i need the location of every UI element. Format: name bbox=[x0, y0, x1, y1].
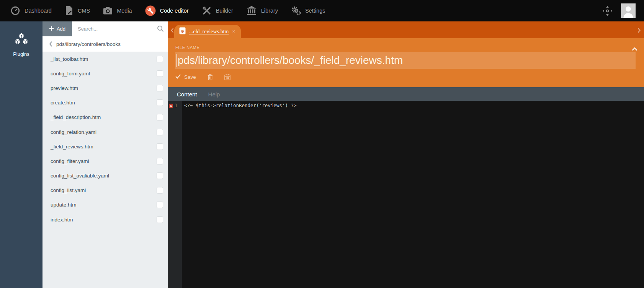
builder-tools-icon bbox=[202, 6, 212, 16]
file-row[interactable]: _list_toolbar.htm bbox=[42, 52, 168, 66]
file-checkbox[interactable] bbox=[157, 216, 163, 223]
search-box bbox=[72, 21, 168, 36]
user-avatar[interactable] bbox=[621, 3, 636, 18]
gutter-row: x 1 bbox=[168, 103, 182, 109]
error-marker-icon: x bbox=[169, 104, 173, 108]
nav-item-builder[interactable]: Builder bbox=[195, 0, 240, 21]
file-name-field-wrap bbox=[175, 52, 636, 69]
nav-item-code-editor[interactable]: Code editor bbox=[139, 0, 195, 21]
file-name-input[interactable] bbox=[175, 52, 636, 69]
file-row[interactable]: preview.htm bbox=[42, 81, 168, 95]
file-row[interactable]: _field_description.htm bbox=[42, 110, 168, 125]
file-row[interactable]: update.htm bbox=[42, 198, 168, 212]
delete-trash-icon[interactable] bbox=[208, 74, 213, 80]
nav-label: Code editor bbox=[160, 8, 189, 14]
cms-page-pencil-icon bbox=[65, 6, 74, 16]
file-checkbox[interactable] bbox=[157, 143, 163, 150]
file-name: config_list_avaliable.yaml bbox=[51, 173, 109, 179]
move-crosshair-icon[interactable] bbox=[602, 6, 613, 16]
file-row[interactable]: create.htm bbox=[42, 96, 168, 110]
sidebar-item-plugins[interactable]: Plugins bbox=[0, 21, 42, 57]
breadcrumb-back-chevron-icon[interactable] bbox=[49, 41, 52, 47]
add-button-label: Add bbox=[57, 26, 65, 32]
code-editor-pane: φ ...eld_reviews.htm × FILE NAME bbox=[168, 21, 644, 288]
file-name: _field_reviews.htm bbox=[51, 144, 93, 150]
nav-label: Settings bbox=[305, 8, 325, 14]
file-name: _list_toolbar.htm bbox=[51, 56, 88, 62]
file-row[interactable]: config_list_avaliable.yaml bbox=[42, 169, 168, 183]
editor-tabstrip: φ ...eld_reviews.htm × bbox=[168, 21, 644, 38]
nav-item-cms[interactable]: CMS bbox=[58, 0, 96, 21]
tab-close-icon[interactable]: × bbox=[232, 29, 235, 35]
nav-item-dashboard[interactable]: Dashboard bbox=[4, 0, 58, 21]
editor-section-tabs: Content Help bbox=[168, 87, 644, 101]
nav-item-media[interactable]: Media bbox=[96, 0, 139, 21]
topbar-right bbox=[602, 3, 644, 18]
settings-gears-icon bbox=[291, 6, 301, 16]
code-editor-wrench-icon bbox=[145, 5, 156, 16]
plugins-cubes-icon bbox=[13, 33, 29, 47]
code-line-1[interactable]: <?= $this->relationRender('reviews') ?> bbox=[184, 103, 644, 109]
nav-label: CMS bbox=[78, 8, 90, 14]
calendar-icon[interactable] bbox=[224, 74, 230, 80]
code-content[interactable]: <?= $this->relationRender('reviews') ?> bbox=[182, 101, 644, 288]
code-area[interactable]: x 1 <?= $this->relationRender('reviews')… bbox=[168, 101, 644, 288]
file-name: config_form.yaml bbox=[51, 71, 90, 76]
left-sidebar: Plugins bbox=[0, 21, 42, 288]
file-checkbox[interactable] bbox=[157, 70, 163, 77]
file-name: preview.htm bbox=[51, 85, 78, 91]
editor-header-actions: Save bbox=[175, 74, 644, 80]
file-checkbox[interactable] bbox=[157, 202, 163, 208]
breadcrumb: pds/library/controllers/books bbox=[42, 36, 168, 52]
file-row[interactable]: config_relation.yaml bbox=[42, 125, 168, 139]
main-area: Plugins Add bbox=[0, 21, 644, 288]
file-name: config_filter.yaml bbox=[51, 158, 89, 164]
text-caret bbox=[177, 54, 177, 67]
file-row[interactable]: config_filter.yaml bbox=[42, 154, 168, 168]
file-row[interactable]: config_list.yaml bbox=[42, 183, 168, 198]
top-nav-bar: Dashboard CMS Media Cod bbox=[0, 0, 644, 21]
add-file-button[interactable]: Add bbox=[42, 21, 72, 36]
file-list: _list_toolbar.htm config_form.yaml previ… bbox=[42, 52, 168, 288]
file-name: config_list.yaml bbox=[51, 187, 86, 193]
php-file-icon: φ bbox=[179, 27, 186, 36]
sidebar-item-label: Plugins bbox=[13, 51, 29, 57]
nav-item-settings[interactable]: Settings bbox=[284, 0, 332, 21]
tab-scroll-right-icon[interactable] bbox=[637, 28, 641, 34]
file-browser-panel: Add pds/library/controllers/books bbox=[42, 21, 168, 288]
save-button[interactable]: Save bbox=[175, 74, 196, 80]
file-checkbox[interactable] bbox=[157, 158, 163, 164]
library-bank-icon bbox=[246, 6, 257, 16]
tab-title: ...eld_reviews.htm bbox=[189, 29, 229, 35]
media-camera-icon bbox=[103, 6, 113, 15]
tab-help[interactable]: Help bbox=[208, 91, 220, 98]
file-checkbox[interactable] bbox=[157, 99, 163, 106]
file-row[interactable]: index.htm bbox=[42, 212, 168, 227]
file-checkbox[interactable] bbox=[157, 129, 163, 135]
file-name: create.htm bbox=[51, 100, 75, 106]
tab-scroll-left-icon[interactable] bbox=[171, 28, 174, 34]
file-name: _field_description.htm bbox=[51, 114, 101, 120]
file-row[interactable]: _field_reviews.htm bbox=[42, 139, 168, 154]
file-name: index.htm bbox=[51, 217, 73, 223]
file-checkbox[interactable] bbox=[157, 114, 163, 120]
file-checkbox[interactable] bbox=[157, 187, 163, 194]
file-name: update.htm bbox=[51, 202, 77, 208]
file-name-label: FILE NAME bbox=[175, 38, 644, 50]
check-icon bbox=[175, 74, 181, 80]
file-checkbox[interactable] bbox=[157, 172, 163, 179]
line-number: 1 bbox=[175, 103, 177, 108]
file-row[interactable]: config_form.yaml bbox=[42, 66, 168, 81]
editor-tab-field-reviews[interactable]: φ ...eld_reviews.htm × bbox=[174, 25, 241, 38]
nav-label: Builder bbox=[216, 8, 233, 14]
nav-item-library[interactable]: Library bbox=[240, 0, 284, 21]
collapse-header-chevron-up-icon[interactable] bbox=[632, 46, 637, 52]
tab-content[interactable]: Content bbox=[177, 91, 197, 98]
search-icon bbox=[157, 25, 164, 34]
file-checkbox[interactable] bbox=[157, 56, 163, 62]
editor-header: FILE NAME Save bbox=[168, 38, 644, 87]
nav-label: Media bbox=[117, 8, 132, 14]
file-checkbox[interactable] bbox=[157, 85, 163, 91]
file-panel-toolbar: Add bbox=[42, 21, 168, 36]
search-input[interactable] bbox=[72, 21, 168, 36]
